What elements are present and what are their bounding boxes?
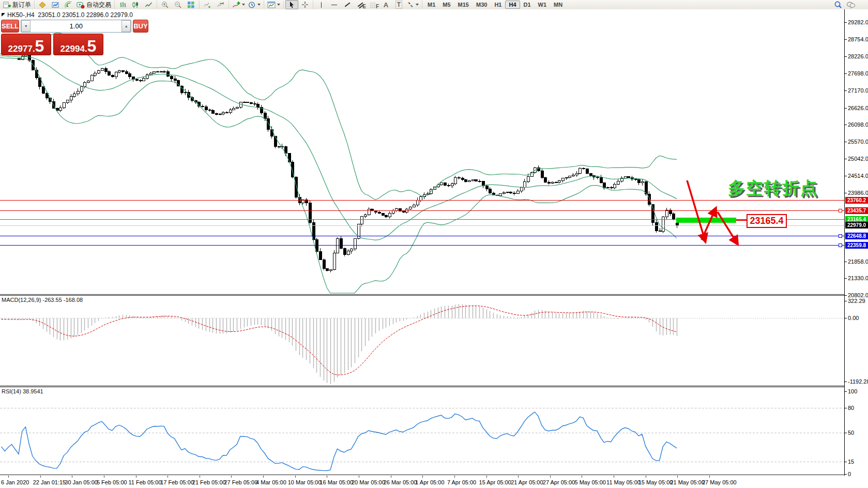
tile-windows-icon bbox=[187, 1, 195, 9]
zoom-out-button[interactable] bbox=[172, 0, 185, 9]
toolbar-group-cursor bbox=[283, 1, 313, 9]
candlestick-chart-button[interactable] bbox=[129, 0, 142, 9]
time-tick-mark bbox=[486, 476, 487, 478]
indicators-caret-icon bbox=[242, 4, 245, 6]
time-tick-label: 26 Mar 05:00 bbox=[384, 479, 417, 485]
rsi-label: RSI(14) 38.9541 bbox=[2, 388, 43, 394]
timeframe-button-m15[interactable]: M15 bbox=[454, 1, 473, 9]
time-tick-mark bbox=[231, 476, 232, 478]
time-tick-mark bbox=[359, 476, 359, 478]
toolbar-group-right bbox=[830, 1, 859, 9]
price-tick-label: 26098.0 bbox=[848, 121, 868, 128]
time-tick-label: 17 Feb 05:00 bbox=[160, 479, 194, 485]
rsi-tick-mark bbox=[845, 408, 847, 408]
new-order-button[interactable]: 新订单 bbox=[2, 0, 33, 9]
auto-scroll-icon bbox=[204, 1, 211, 9]
periods-caret-icon bbox=[257, 4, 261, 6]
signal-icon bbox=[65, 1, 72, 9]
vertical-line-tool-button[interactable] bbox=[315, 0, 328, 9]
cursor-tool-button[interactable] bbox=[285, 0, 298, 9]
volume-increase-button[interactable]: ▲ bbox=[121, 20, 131, 32]
time-tick-label: 16 Mar 05:00 bbox=[319, 479, 353, 485]
price-axis[interactable]: 29282.028754.028226.027698.027170.026626… bbox=[844, 9, 868, 476]
timeframe-button-mn[interactable]: MN bbox=[550, 1, 566, 9]
time-tick-mark bbox=[709, 476, 710, 478]
horizontal-line-icon bbox=[331, 5, 337, 5]
community-button[interactable] bbox=[844, 0, 857, 9]
chat-bubbles-icon bbox=[846, 1, 856, 9]
volume-input[interactable] bbox=[31, 20, 121, 32]
time-tick-mark bbox=[582, 476, 582, 478]
zoom-in-button[interactable] bbox=[159, 0, 172, 9]
arrows-tool-icon bbox=[407, 1, 414, 8]
line-handle bbox=[839, 209, 842, 212]
timeframe-button-w1[interactable]: W1 bbox=[535, 1, 551, 9]
indicators-button[interactable] bbox=[231, 0, 247, 9]
periods-button[interactable] bbox=[247, 0, 262, 9]
auto-scroll-button[interactable] bbox=[201, 0, 214, 9]
arrows-caret-icon bbox=[416, 4, 419, 6]
price-tick-mark bbox=[845, 278, 847, 279]
price-tick-mark bbox=[845, 142, 847, 142]
horizontal-line-tool-button[interactable] bbox=[328, 0, 341, 9]
arrows-tool-button[interactable] bbox=[405, 0, 420, 9]
turning-point-annotation[interactable]: 多空转折点 bbox=[728, 177, 818, 200]
channel-tool-button[interactable]: E bbox=[354, 0, 367, 9]
profile-button[interactable] bbox=[49, 0, 62, 9]
vertical-line-icon bbox=[321, 2, 322, 8]
price-tick-mark bbox=[845, 73, 847, 74]
price-callout-box[interactable]: 23165.4 bbox=[747, 214, 787, 228]
price-tick-label: 27698.0 bbox=[848, 70, 868, 77]
line-chart-button[interactable] bbox=[142, 0, 155, 9]
time-tick-label: 15 Apr 05:00 bbox=[479, 479, 511, 485]
metaeditor-button[interactable] bbox=[36, 0, 49, 9]
timeframe-button-h4[interactable]: H4 bbox=[505, 1, 520, 9]
timeframe-button-m1[interactable]: M1 bbox=[424, 1, 439, 9]
price-tick-label: 28754.0 bbox=[848, 36, 868, 42]
autotrading-label: 自动交易 bbox=[86, 1, 111, 9]
time-tick-mark bbox=[167, 476, 168, 478]
buy-button[interactable]: BUY bbox=[133, 20, 148, 33]
time-axis[interactable]: 6 Jan 202022 Jan 01:1530 Jan 05:005 Feb … bbox=[0, 476, 844, 488]
autotrading-button[interactable]: 自动交易 bbox=[75, 0, 113, 9]
search-button[interactable] bbox=[831, 0, 844, 9]
fibonacci-tool-button[interactable]: F bbox=[367, 0, 379, 9]
timeframe-button-m30[interactable]: M30 bbox=[473, 1, 491, 9]
sell-price-box[interactable]: 22977.5 bbox=[1, 34, 51, 55]
volume-decrease-button[interactable]: ▼ bbox=[21, 20, 31, 32]
rsi-tick-label: 50 bbox=[848, 430, 854, 436]
toolbar-group-template bbox=[264, 1, 283, 9]
chart-shift-button[interactable] bbox=[214, 0, 227, 9]
chart-shift-icon bbox=[217, 1, 224, 9]
time-tick-label: 10 Mar 05:00 bbox=[288, 479, 322, 485]
toolbar-group-chart-type bbox=[114, 1, 157, 9]
price-chart-canvas[interactable] bbox=[0, 9, 844, 476]
time-tick-label: 6 Jan 2020 bbox=[1, 479, 29, 485]
time-tick-label: 11 Feb 05:00 bbox=[129, 479, 162, 485]
sell-button[interactable]: SELL bbox=[1, 20, 19, 33]
search-icon bbox=[834, 1, 842, 9]
time-tick-label: 21 Feb 05:00 bbox=[192, 479, 226, 485]
tile-windows-button[interactable] bbox=[185, 0, 197, 9]
bar-chart-button[interactable] bbox=[116, 0, 129, 9]
time-tick-label: 11 May 05:00 bbox=[606, 479, 641, 485]
rsi-tick-mark bbox=[845, 391, 847, 392]
label-tool-button[interactable]: T bbox=[392, 0, 405, 9]
signal-button[interactable] bbox=[62, 0, 75, 9]
templates-button[interactable] bbox=[266, 0, 282, 9]
text-tool-button[interactable]: A bbox=[379, 0, 392, 9]
trendline-tool-button[interactable] bbox=[341, 0, 354, 9]
templates-caret-icon bbox=[277, 4, 280, 6]
price-tick-label: 23986.0 bbox=[848, 190, 868, 196]
buy-price-box[interactable]: 22994.5 bbox=[53, 34, 103, 55]
time-tick-label: 30 Jan 05:00 bbox=[65, 479, 98, 485]
timeframe-button-h1[interactable]: H1 bbox=[491, 1, 505, 9]
timeframe-button-d1[interactable]: D1 bbox=[520, 1, 535, 9]
crosshair-tool-button[interactable] bbox=[298, 0, 311, 9]
new-order-label: 新订单 bbox=[12, 1, 31, 9]
rsi-tick-mark bbox=[845, 474, 847, 475]
timeframe-button-m5[interactable]: M5 bbox=[439, 1, 454, 9]
time-tick-mark bbox=[677, 476, 678, 478]
price-line-tag: 23435.7 bbox=[845, 207, 868, 214]
time-tick-label: 5 Feb 05:00 bbox=[97, 479, 127, 485]
